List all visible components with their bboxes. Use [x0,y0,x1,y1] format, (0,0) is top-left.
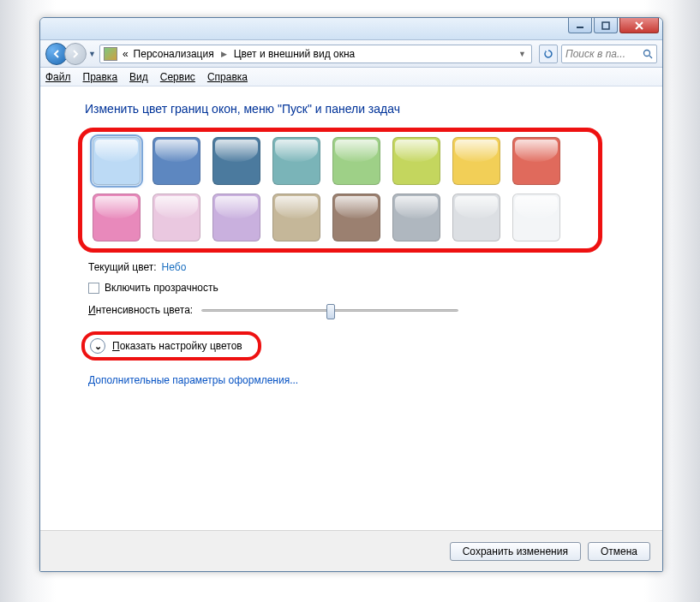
current-color-label: Текущий цвет: [88,261,157,273]
color-swatch[interactable] [452,194,500,241]
nav-bar: ▼ « Персонализация ▶ Цвет и внешний вид … [40,40,662,68]
search-icon [643,49,653,59]
search-placeholder: Поиск в па... [565,48,639,60]
search-input[interactable]: Поиск в па... [561,45,657,63]
cancel-button[interactable]: Отмена [588,542,650,561]
dialog-footer: Сохранить изменения Отмена [40,530,662,571]
menu-view[interactable]: Вид [129,71,148,83]
advanced-appearance-link[interactable]: Дополнительные параметры оформления... [88,374,642,386]
color-swatch[interactable] [332,137,380,185]
svg-point-2 [644,50,650,56]
color-swatch[interactable] [153,137,200,185]
address-bar[interactable]: « Персонализация ▶ Цвет и внешний вид ок… [99,45,532,63]
close-button[interactable] [619,18,659,33]
color-swatch[interactable] [452,137,500,185]
menu-help[interactable]: Справка [207,71,248,83]
transparency-checkbox[interactable] [88,283,99,294]
refresh-button[interactable] [539,45,558,63]
content-area: Изменить цвет границ окон, меню "Пуск" и… [40,86,662,530]
breadcrumb-current[interactable]: Цвет и внешний вид окна [234,48,356,60]
breadcrumb-prefix: « [123,48,129,60]
svg-rect-1 [602,22,609,29]
color-swatch[interactable] [272,194,320,241]
color-swatch[interactable] [153,194,200,241]
nav-forward-button[interactable] [64,43,87,65]
intensity-slider-thumb[interactable] [326,304,335,319]
maximize-button[interactable] [594,18,618,33]
chevron-right-icon[interactable]: ▶ [221,50,227,58]
control-panel-icon [104,47,117,61]
svg-line-3 [649,56,652,58]
menu-file[interactable]: Файл [45,71,71,83]
color-swatch[interactable] [512,194,560,241]
menu-edit[interactable]: Правка [83,71,118,83]
transparency-label: Включить прозрачность [105,282,218,294]
current-color-value: Небо [162,261,187,273]
save-button[interactable]: Сохранить изменения [450,542,581,561]
minimize-button[interactable] [568,18,592,33]
nav-history-dropdown[interactable]: ▼ [88,50,96,58]
window-frame: ▼ « Персонализация ▶ Цвет и внешний вид … [39,17,663,572]
color-swatch[interactable] [332,194,380,241]
titlebar [40,18,662,40]
intensity-label: Интенсивность цвета: [88,304,193,316]
color-swatch[interactable] [392,194,440,241]
color-swatch[interactable] [212,137,260,185]
color-swatch[interactable] [272,137,320,185]
address-dropdown-icon[interactable]: ▼ [518,50,526,58]
color-swatch[interactable] [93,137,141,185]
breadcrumb-parent[interactable]: Персонализация [134,48,214,60]
menu-tools[interactable]: Сервис [160,71,195,83]
menu-bar: Файл Правка Вид Сервис Справка [40,68,662,86]
color-swatch[interactable] [93,194,141,241]
page-title: Изменить цвет границ окон, меню "Пуск" и… [85,102,642,116]
color-swatch[interactable] [512,137,560,185]
chevron-down-icon: ⌄ [90,338,105,354]
color-swatch[interactable] [392,137,440,185]
show-color-mixer[interactable]: ⌄ Показать настройку цветов [81,331,261,361]
color-swatch[interactable] [212,194,260,241]
color-swatch-grid [78,128,602,253]
intensity-slider[interactable] [201,309,458,312]
